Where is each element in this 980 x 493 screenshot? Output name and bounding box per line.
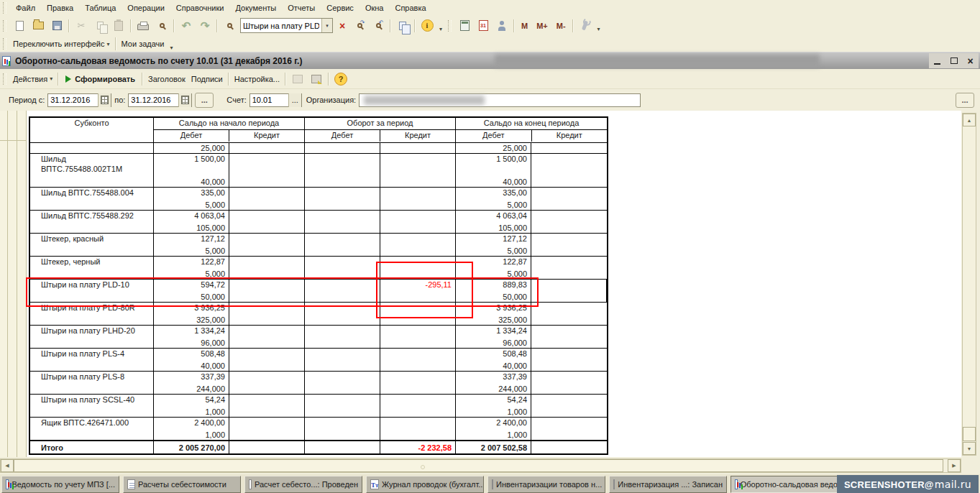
report-cell (380, 418, 456, 440)
menu-item[interactable]: Таблица (79, 2, 122, 14)
report-row[interactable]: Штыри на плату PLS-8337,39244,000337,392… (30, 371, 607, 394)
menu-item[interactable]: Операции (122, 2, 170, 14)
restore-button[interactable] (948, 55, 960, 66)
report-cell (305, 143, 380, 153)
taskbar-item[interactable]: Расчеты себестоимости (123, 476, 241, 493)
taskbar-item[interactable]: Инвентаризации товаров н... (487, 476, 605, 493)
toolbar-overflow-arrow[interactable]: ▾ (170, 45, 173, 51)
duplicate-button[interactable] (394, 17, 411, 34)
scroll-right-button[interactable]: ▶ (948, 459, 961, 472)
toolbar-grip[interactable] (3, 2, 6, 14)
redo-button[interactable]: ↷ (196, 17, 214, 34)
taskbar-item[interactable]: Инвентаризация ...: Записан (609, 476, 727, 493)
toolbar-grip[interactable] (3, 73, 6, 85)
report-row[interactable]: Ящик ВПТС.426471.0002 400,001,0002 400,0… (30, 417, 607, 440)
account-input[interactable] (250, 96, 288, 104)
taskbar-item[interactable]: Ведомость по учету МПЗ [... (1, 476, 119, 493)
copy-button[interactable] (91, 17, 109, 34)
period-from-input[interactable] (48, 96, 98, 104)
report-row[interactable]: ШильдВПТС.755488.002Т1М1 500,0040,0001 5… (30, 153, 607, 187)
info-button[interactable]: i (418, 17, 436, 34)
find-button[interactable] (221, 17, 238, 34)
print-button[interactable] (134, 17, 152, 34)
taskbar-item[interactable]: ТтЖурнал проводок (бухгалт... (366, 476, 484, 493)
period-to-input[interactable] (129, 96, 178, 104)
new-document-button[interactable] (11, 17, 28, 34)
export-settings-button[interactable] (308, 70, 325, 88)
clear-search-button[interactable]: × (335, 17, 349, 34)
toolbar-grip[interactable] (448, 20, 452, 32)
menu-item[interactable]: Правка (41, 2, 79, 14)
menu-item[interactable]: Окна (360, 2, 390, 14)
period-from-calendar-button[interactable] (98, 93, 111, 107)
report-row[interactable]: Штыри на плату PLD-10594,7250,000-295,11… (30, 279, 607, 302)
search-input[interactable] (241, 20, 321, 31)
report-row[interactable]: Шильд ВПТС.755488.004335,005,000335,005,… (30, 187, 607, 210)
restore-icon (951, 57, 958, 64)
organization-field[interactable] (359, 93, 641, 107)
menu-item[interactable]: Отчеты (282, 2, 321, 14)
find-next-button[interactable]: ↷ (351, 17, 368, 34)
chevron-down-icon: ▾ (50, 75, 52, 82)
vertical-scrollbar[interactable]: ▲ ▼ (962, 113, 976, 456)
report-row[interactable]: Штыри на плату PLS-4508,4840,000508,4840… (30, 348, 607, 371)
report-row[interactable]: Штыри на плату PLD-80R3 936,25325,0003 9… (30, 302, 607, 325)
taskbar-item[interactable]: Расчет себесто...: Проведен (244, 476, 362, 493)
memory-button[interactable]: M+ (533, 20, 551, 32)
save-button[interactable] (48, 17, 65, 34)
menu-item[interactable]: Справочники (170, 2, 230, 14)
menu-item[interactable]: Сервис (321, 2, 360, 14)
report-row[interactable]: Штыри на плату SCSL-4054,241,00054,241,0… (30, 394, 607, 417)
search-dropdown-button[interactable]: ▾ (321, 19, 332, 32)
menu-item[interactable]: Справка (389, 2, 431, 14)
paste-button[interactable] (110, 17, 127, 34)
scroll-down-button[interactable]: ▼ (963, 442, 976, 455)
toolbar-overflow-arrow[interactable]: ▾ (597, 26, 600, 32)
header-button[interactable]: Заголовок (145, 73, 188, 85)
close-button[interactable]: × (964, 55, 976, 66)
memory-button[interactable]: M (518, 20, 531, 32)
service-settings-button[interactable] (577, 17, 594, 34)
memory-button[interactable]: M- (553, 20, 569, 32)
report-cell: 122,875,000 (456, 257, 531, 279)
user-lock-button[interactable] (493, 17, 510, 34)
open-button[interactable] (29, 17, 47, 34)
menu-item[interactable]: Файл (10, 2, 41, 14)
help-button[interactable]: ? (332, 70, 349, 88)
calendar-button[interactable]: 31 (475, 17, 492, 34)
toolbar-grip[interactable] (3, 20, 6, 32)
menu-item[interactable]: Документы (229, 2, 282, 14)
user-lock-icon (497, 20, 507, 31)
switch-interface-button[interactable]: Переключить интерфейс▾ (10, 38, 113, 50)
toolbar-grip[interactable] (3, 38, 6, 50)
signatures-button[interactable]: Подписи (188, 73, 226, 85)
organization-select-button[interactable]: ... (956, 93, 974, 108)
report-total-row[interactable]: Итого2 005 270,00-2 232,582 007 502,58 (30, 440, 607, 453)
calculator-button[interactable] (456, 17, 473, 34)
import-settings-button[interactable] (289, 70, 306, 88)
scroll-left-button[interactable]: ◀ (1, 459, 14, 472)
find-previous-button[interactable]: ↶ (370, 17, 387, 34)
report-row[interactable]: Штекер, красный127,125,000127,125,000 (30, 233, 607, 256)
period-more-button[interactable]: ... (195, 93, 214, 108)
my-tasks-button[interactable]: Мои задачи (119, 38, 168, 50)
report-row[interactable]: 25,00025,000 (30, 143, 607, 153)
account-select-button[interactable]: ... (288, 93, 301, 107)
actions-button[interactable]: Действия▾ (10, 73, 55, 85)
period-to-calendar-button[interactable] (178, 93, 191, 107)
report-row[interactable]: Шильд ВПТС.755488.2924 063,04105,0004 06… (30, 210, 607, 233)
minimize-button[interactable] (931, 55, 943, 66)
info-overflow-arrow[interactable]: ▾ (439, 26, 442, 32)
horizontal-scrollbar[interactable]: ◀ ▶ (0, 459, 961, 473)
cut-button[interactable]: ✂ (73, 17, 90, 34)
vertical-scroll-thumb[interactable] (963, 427, 976, 441)
undo-button[interactable]: ↶ (178, 17, 195, 34)
generate-button[interactable]: Сформировать (61, 73, 139, 85)
report-row[interactable]: Штекер, черный122,875,000122,875,000 (30, 256, 607, 279)
scroll-up-button[interactable]: ▲ (963, 114, 976, 126)
horizontal-scroll-thumb[interactable] (14, 459, 943, 472)
report-row[interactable]: Штыри на плату PLHD-201 334,2496,0001 33… (30, 325, 607, 348)
settings-button[interactable]: Настройка... (232, 73, 283, 85)
print-preview-button[interactable] (153, 17, 170, 34)
taskbar-item[interactable]: Оборотно-сальдовая ведо... (731, 476, 848, 493)
